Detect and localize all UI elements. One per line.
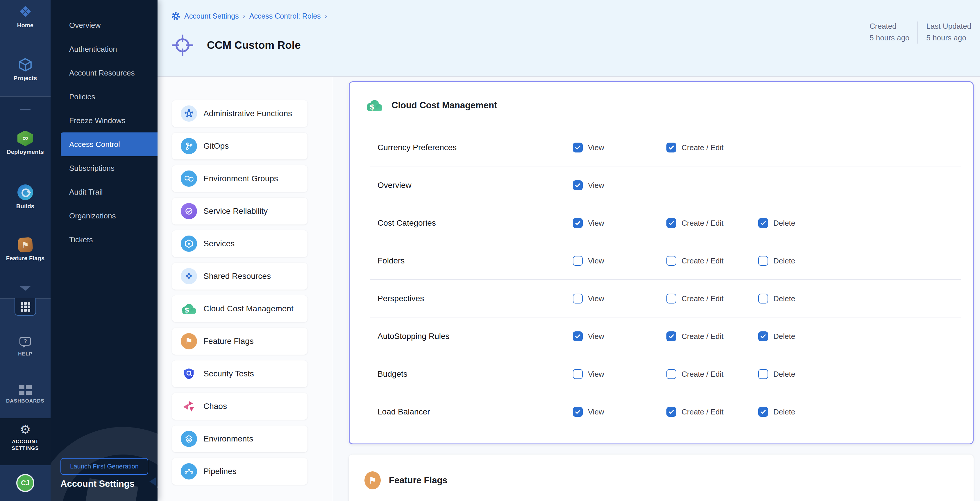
delete-checkbox[interactable] xyxy=(758,369,768,379)
subnav-item-subscriptions[interactable]: Subscriptions xyxy=(51,156,158,180)
rail-item-projects[interactable]: Projects xyxy=(0,57,51,82)
permission-name: Folders xyxy=(377,242,404,280)
rail-item-builds[interactable]: Builds xyxy=(0,184,51,210)
view-permission[interactable]: View xyxy=(573,355,604,393)
delete-checkbox[interactable] xyxy=(758,256,768,266)
delete-permission[interactable]: Delete xyxy=(758,280,795,317)
view-checkbox[interactable] xyxy=(573,180,583,190)
module-card-service-reliability[interactable]: Service Reliability xyxy=(172,198,307,225)
permission-row-folders: Folders View Create / Edit Delete xyxy=(350,242,973,280)
module-card-shared-resources[interactable]: ❖ Shared Resources xyxy=(172,263,307,290)
module-card-cloud-cost-management[interactable]: $ Cloud Cost Management xyxy=(172,295,307,322)
subnav-item-account-resources[interactable]: Account Resources xyxy=(51,61,158,85)
rail-item-account-settings[interactable]: ⚙ ACCOUNT SETTINGS xyxy=(0,423,51,452)
rail-item-feature-flags[interactable]: ⚑ Feature Flags xyxy=(0,238,51,262)
view-checkbox[interactable] xyxy=(573,218,583,228)
view-permission[interactable]: View xyxy=(573,166,604,204)
chevron-down-icon[interactable] xyxy=(20,286,30,291)
module-card-environments[interactable]: Environments xyxy=(172,425,307,452)
breadcrumb-separator: › xyxy=(243,12,245,20)
view-checkbox[interactable] xyxy=(573,256,583,266)
module-card-administrative-functions[interactable]: Administrative Functions xyxy=(172,100,307,127)
permission-row-overview: Overview View Create / Edit Delete xyxy=(350,166,973,204)
module-card-services[interactable]: Services xyxy=(172,230,307,257)
view-permission[interactable]: View xyxy=(573,128,604,166)
help-icon: ? xyxy=(19,337,31,346)
permission-row-load-balancer: Load Balancer View Create / Edit Delete xyxy=(350,393,973,431)
subnav-item-policies[interactable]: Policies xyxy=(51,85,158,109)
rail-item-label: Projects xyxy=(14,75,37,82)
module-card-feature-flags[interactable]: ⚑ Feature Flags xyxy=(172,328,307,355)
breadcrumb-link-access-control-roles[interactable]: Access Control: Roles xyxy=(249,12,321,20)
create-edit-checkbox[interactable] xyxy=(667,218,676,228)
rail-item-label: Home xyxy=(17,22,33,29)
module-picker-button[interactable] xyxy=(14,298,36,316)
module-card-chaos[interactable]: Chaos xyxy=(172,393,307,420)
module-card-gitops[interactable]: GitOps xyxy=(172,133,307,159)
create-edit-permission[interactable]: Create / Edit xyxy=(667,280,724,317)
view-checkbox[interactable] xyxy=(573,143,583,152)
subnav-item-access-control[interactable]: Access Control xyxy=(61,132,158,156)
rail-item-avatar[interactable]: CJ xyxy=(0,474,51,492)
create-edit-permission[interactable]: Create / Edit xyxy=(667,204,724,242)
view-permission[interactable]: View xyxy=(573,204,604,242)
delete-permission[interactable]: Delete xyxy=(758,355,795,393)
create-edit-checkbox[interactable] xyxy=(667,143,676,152)
create-edit-checkbox[interactable] xyxy=(667,256,676,266)
create-edit-checkbox[interactable] xyxy=(667,293,676,303)
rail-item-help[interactable]: ? HELP xyxy=(0,337,51,358)
subnav-item-audit-trail[interactable]: Audit Trail xyxy=(51,180,158,204)
subnav-item-freeze-windows[interactable]: Freeze Windows xyxy=(51,109,158,132)
projects-cube-icon xyxy=(18,57,33,72)
create-edit-permission[interactable]: Create / Edit xyxy=(667,393,724,431)
module-card-environment-groups[interactable]: Environment Groups xyxy=(172,165,307,192)
subnav-item-tickets[interactable]: Tickets xyxy=(51,228,158,252)
created-label: Created xyxy=(870,20,909,32)
avatar[interactable]: CJ xyxy=(16,474,34,492)
create-edit-permission[interactable]: Create / Edit xyxy=(667,355,724,393)
launch-first-generation-button[interactable]: Launch First Generation xyxy=(60,458,148,475)
rail-item-deployments[interactable]: ∞ Deployments xyxy=(0,131,51,155)
delete-checkbox[interactable] xyxy=(758,331,768,341)
permission-row-budgets: Budgets View Create / Edit Delete xyxy=(350,355,973,393)
feature-flags-section-header: ⚑ Feature Flags xyxy=(349,455,974,501)
view-checkbox[interactable] xyxy=(573,369,583,379)
create-edit-permission[interactable]: Create / Edit xyxy=(667,242,724,280)
breadcrumb-link-account-settings[interactable]: Account Settings xyxy=(184,12,239,20)
view-permission[interactable]: View xyxy=(573,317,604,355)
delete-checkbox[interactable] xyxy=(758,218,768,228)
delete-checkbox[interactable] xyxy=(758,407,768,417)
delete-permission[interactable]: Delete xyxy=(758,393,795,431)
gear-icon: ⚙ xyxy=(20,423,31,436)
rail-item-home[interactable]: ❖ Home xyxy=(0,4,51,29)
app-root: ❖ Home Projects ∞ Deployments Builds xyxy=(0,0,980,501)
delete-permission[interactable]: Delete xyxy=(758,204,795,242)
view-checkbox[interactable] xyxy=(573,293,583,303)
create-edit-checkbox[interactable] xyxy=(667,369,676,379)
view-checkbox[interactable] xyxy=(573,331,583,341)
ccm-permissions-panel: $ Cloud Cost Management Currency Prefere… xyxy=(349,81,974,444)
page-header: Account Settings › Access Control: Roles… xyxy=(158,0,980,77)
dashboards-label: DASHBOARDS xyxy=(6,398,45,404)
delete-permission[interactable]: Delete xyxy=(758,317,795,355)
subnav-item-organizations[interactable]: Organizations xyxy=(51,204,158,228)
subnav-item-authentication[interactable]: Authentication xyxy=(51,37,158,61)
module-card-pipelines[interactable]: Pipelines xyxy=(172,458,307,485)
view-permission[interactable]: View xyxy=(573,280,604,317)
delete-permission[interactable]: Delete xyxy=(758,242,795,280)
rail-item-dashboards[interactable]: DASHBOARDS xyxy=(0,385,51,404)
create-edit-checkbox[interactable] xyxy=(667,407,676,417)
view-permission[interactable]: View xyxy=(573,242,604,280)
view-checkbox[interactable] xyxy=(573,407,583,417)
module-card-security-tests[interactable]: Security Tests xyxy=(172,360,307,387)
subnav-item-overview[interactable]: Overview xyxy=(51,13,158,37)
chaos-icon xyxy=(181,398,197,414)
create-edit-checkbox[interactable] xyxy=(667,331,676,341)
permission-name: Perspectives xyxy=(377,280,424,317)
view-permission[interactable]: View xyxy=(573,393,604,431)
collapse-panel-arrow-icon[interactable] xyxy=(150,477,156,486)
create-edit-permission[interactable]: Create / Edit xyxy=(667,317,724,355)
rail-item-label: Feature Flags xyxy=(6,255,45,262)
delete-checkbox[interactable] xyxy=(758,293,768,303)
create-edit-permission[interactable]: Create / Edit xyxy=(667,128,724,166)
